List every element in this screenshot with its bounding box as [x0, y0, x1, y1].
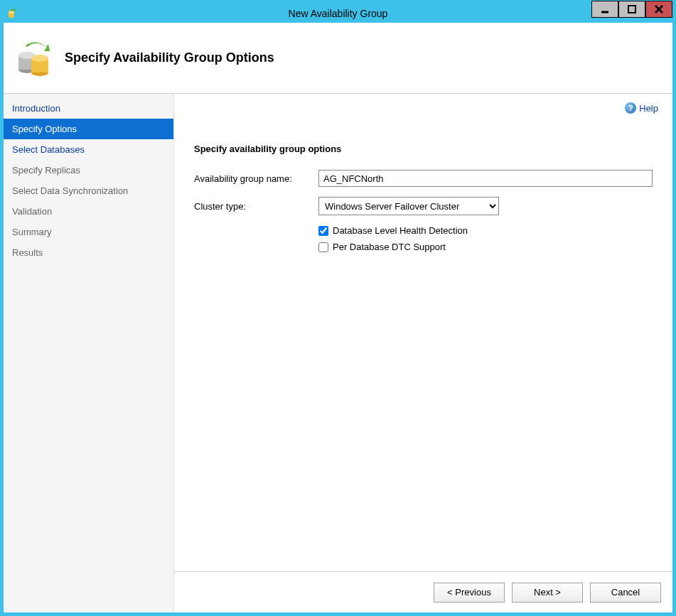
cancel-button[interactable]: Cancel [590, 583, 661, 603]
db-health-checkbox[interactable] [318, 226, 328, 236]
wizard-icon [9, 33, 59, 83]
sidebar-item-select-databases[interactable]: Select Databases [4, 139, 173, 160]
window-controls [591, 4, 672, 23]
sidebar-item-results[interactable]: Results [4, 242, 173, 263]
wizard-sidebar: Introduction Specify Options Select Data… [4, 94, 174, 612]
cluster-type-row: Cluster type: Windows Server Failover Cl… [194, 197, 653, 215]
group-name-label: Availability group name: [194, 173, 318, 184]
sidebar-item-introduction[interactable]: Introduction [4, 98, 173, 119]
sidebar-item-specify-replicas[interactable]: Specify Replicas [4, 160, 173, 180]
wizard-main: ? Help Specify availability group option… [174, 94, 672, 612]
page-title: Specify Availability Group Options [65, 50, 274, 65]
dtc-label: Per Database DTC Support [333, 242, 446, 252]
next-button[interactable]: Next > [512, 583, 583, 603]
cluster-type-select[interactable]: Windows Server Failover Cluster [318, 197, 499, 215]
minimize-button[interactable] [591, 1, 618, 18]
sidebar-item-select-data-sync[interactable]: Select Data Synchronization [4, 180, 173, 201]
dtc-checkbox[interactable] [318, 242, 328, 252]
help-icon: ? [625, 102, 636, 114]
section-title: Specify availability group options [194, 144, 653, 154]
wizard-header: Specify Availability Group Options [4, 23, 672, 94]
sidebar-item-summary[interactable]: Summary [4, 222, 173, 242]
help-link[interactable]: ? Help [625, 102, 658, 114]
group-name-input[interactable] [318, 170, 653, 187]
dtc-support-row: Per Database DTC Support [318, 242, 653, 252]
help-label: Help [639, 103, 658, 114]
svg-rect-4 [628, 6, 635, 13]
sidebar-item-validation[interactable]: Validation [4, 201, 173, 222]
maximize-button[interactable] [618, 1, 645, 18]
svg-point-12 [31, 55, 48, 62]
app-icon [6, 6, 21, 21]
window-title: New Availability Group [289, 8, 388, 19]
wizard-window: New Availability Group [0, 0, 676, 616]
db-health-row: Database Level Health Detection [318, 225, 653, 236]
group-name-row: Availability group name: [194, 170, 653, 187]
db-health-label: Database Level Health Detection [333, 225, 468, 236]
close-button[interactable] [645, 1, 672, 18]
wizard-footer: < Previous Next > Cancel [174, 571, 672, 612]
titlebar: New Availability Group [4, 4, 672, 23]
content-area: Specify availability group options Avail… [174, 94, 672, 571]
cluster-type-label: Cluster type: [194, 201, 318, 212]
sidebar-item-specify-options[interactable]: Specify Options [4, 119, 173, 139]
wizard-body: Introduction Specify Options Select Data… [4, 94, 672, 612]
previous-button[interactable]: < Previous [434, 583, 505, 603]
